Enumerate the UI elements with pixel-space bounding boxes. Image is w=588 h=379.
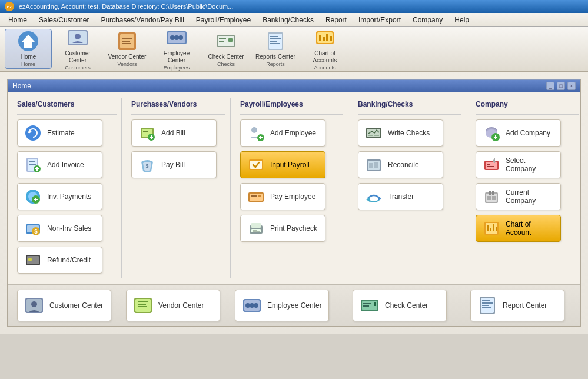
employee-center-bottom-button[interactable]: Employee Center <box>235 290 329 321</box>
input-payroll-button[interactable]: Input Payroll <box>240 151 325 178</box>
restore-button[interactable]: □ <box>557 82 565 90</box>
svg-rect-31 <box>323 37 325 41</box>
refund-credit-button[interactable]: Refund/Credit <box>17 247 102 274</box>
employee-center-bottom-icon <box>241 295 263 316</box>
vendor-center-bottom-button[interactable]: Vendor Center <box>126 290 220 321</box>
inv-payments-button[interactable]: Inv. Payments <box>17 183 102 210</box>
menu-company[interactable]: Company <box>407 14 449 26</box>
add-company-label: Add Company <box>506 129 550 137</box>
toolbar-home[interactable]: HomeHome <box>5 29 52 69</box>
svg-rect-20 <box>219 41 224 42</box>
non-inv-sales-icon: $ <box>24 219 42 238</box>
svg-rect-65 <box>260 136 261 139</box>
pay-employee-button[interactable]: Pay Employee <box>240 183 325 210</box>
svg-rect-126 <box>363 305 369 307</box>
svg-rect-108 <box>493 224 494 231</box>
svg-rect-114 <box>135 299 151 312</box>
svg-rect-57 <box>143 131 148 132</box>
inv-payments-icon <box>24 187 42 206</box>
close-button[interactable]: × <box>567 82 576 90</box>
pay-employee-label: Pay Employee <box>270 192 315 201</box>
transfer-button[interactable]: Transfer <box>358 183 443 210</box>
menu-report[interactable]: Report <box>320 14 353 26</box>
toolbar-customer-center-label: Customer CenterCustomers <box>57 50 98 71</box>
chart-accounts-toolbar-icon <box>313 26 337 49</box>
svg-rect-103 <box>492 196 496 200</box>
customer-center-bottom-button[interactable]: Customer Center <box>17 290 111 321</box>
svg-rect-107 <box>490 228 491 231</box>
toolbar-employee-center[interactable]: Employee CenterEmployees <box>153 29 200 69</box>
check-center-bottom-icon <box>359 295 380 316</box>
purchases-vendors-section: Purchases/Vendors Add Bill <box>121 98 230 278</box>
svg-rect-116 <box>138 304 146 305</box>
svg-rect-75 <box>253 230 257 231</box>
menu-import-export[interactable]: Import/Export <box>353 14 407 26</box>
reconcile-label: Reconcile <box>388 161 419 169</box>
customer-center-toolbar-icon <box>66 26 89 49</box>
svg-rect-26 <box>270 41 277 42</box>
check-center-bottom-button[interactable]: Check Center <box>353 290 447 321</box>
menu-banking[interactable]: Banking/Checks <box>257 14 320 26</box>
reports-center-toolbar-icon <box>264 30 287 52</box>
sales-customers-header: Sales/Customers <box>17 98 117 115</box>
menu-help[interactable]: Help <box>449 14 475 26</box>
toolbar-chart-accounts[interactable]: Chart of AccountsAccounts <box>301 29 348 69</box>
company-header: Company <box>476 98 579 115</box>
write-checks-icon <box>364 124 383 142</box>
toolbar-vendor-center[interactable]: Vendor CenterVendors <box>104 29 151 69</box>
svg-rect-24 <box>270 36 278 37</box>
svg-rect-125 <box>363 303 371 304</box>
svg-point-112 <box>31 301 37 307</box>
report-center-bottom-button[interactable]: Report Center <box>470 290 564 321</box>
svg-point-16 <box>178 35 183 40</box>
payroll-employees-header: Payroll/Employees <box>240 98 343 115</box>
add-invoice-button[interactable]: Add Invoice <box>17 151 102 178</box>
vendor-center-bottom-label: Vendor Center <box>158 301 204 310</box>
menu-purchases[interactable]: Purchases/Vendor/Pay Bill <box>95 14 190 26</box>
add-company-button[interactable]: Add Company <box>476 119 561 147</box>
write-checks-label: Write Checks <box>388 129 430 137</box>
chart-of-account-button[interactable]: Chart of Account <box>476 215 561 242</box>
svg-rect-27 <box>270 43 280 44</box>
svg-rect-47 <box>35 198 36 201</box>
add-employee-button[interactable]: Add Employee <box>240 119 325 147</box>
svg-rect-19 <box>219 38 226 39</box>
chart-of-account-icon <box>482 219 501 238</box>
add-bill-button[interactable]: Add Bill <box>131 119 217 147</box>
menu-payroll[interactable]: Payroll/Employee <box>190 14 257 26</box>
non-inv-sales-button[interactable]: $ Non-Inv Sales <box>17 215 102 242</box>
bottom-check-center-col: Check Center <box>348 290 466 321</box>
customer-center-bottom-icon <box>24 295 45 316</box>
svg-rect-42 <box>36 167 38 171</box>
pay-bill-button[interactable]: $ Pay Bill <box>131 151 217 178</box>
svg-rect-38 <box>29 161 35 162</box>
reconcile-button[interactable]: Reconcile <box>358 151 443 178</box>
svg-rect-32 <box>326 34 328 41</box>
print-paycheck-button[interactable]: Print Paycheck <box>240 215 325 242</box>
write-checks-button[interactable]: Write Checks <box>358 119 443 147</box>
select-company-button[interactable]: Select Company <box>476 151 561 178</box>
toolbar-employee-center-label: Employee CenterEmployees <box>156 50 197 71</box>
vendor-center-bottom-icon <box>132 295 154 316</box>
svg-rect-127 <box>374 302 376 306</box>
estimate-button[interactable]: Estimate <box>17 119 102 147</box>
svg-point-121 <box>250 303 254 308</box>
current-company-icon <box>482 187 501 206</box>
banking-checks-section: Banking/Checks Write Checks <box>348 98 466 278</box>
menu-sales-customer[interactable]: Sales/Customer <box>33 14 95 26</box>
toolbar-reports-center[interactable]: Reports CenterReports <box>252 29 299 69</box>
svg-rect-109 <box>496 227 497 231</box>
toolbar-check-center[interactable]: Check CenterChecks <box>202 29 250 69</box>
add-invoice-icon <box>24 155 42 174</box>
menu-home[interactable]: Home <box>2 14 33 26</box>
svg-rect-73 <box>251 223 261 228</box>
svg-rect-80 <box>374 135 379 136</box>
input-payroll-icon <box>247 155 265 174</box>
toolbar-customer-center[interactable]: Customer CenterCustomers <box>54 29 101 69</box>
current-company-button[interactable]: Current Company <box>476 183 561 210</box>
svg-rect-9 <box>122 38 132 39</box>
minimize-button[interactable]: _ <box>546 82 554 90</box>
toolbar-home-label: HomeHome <box>21 54 36 68</box>
svg-rect-21 <box>228 38 233 42</box>
toolbar-reports-center-label: Reports CenterReports <box>255 54 295 68</box>
